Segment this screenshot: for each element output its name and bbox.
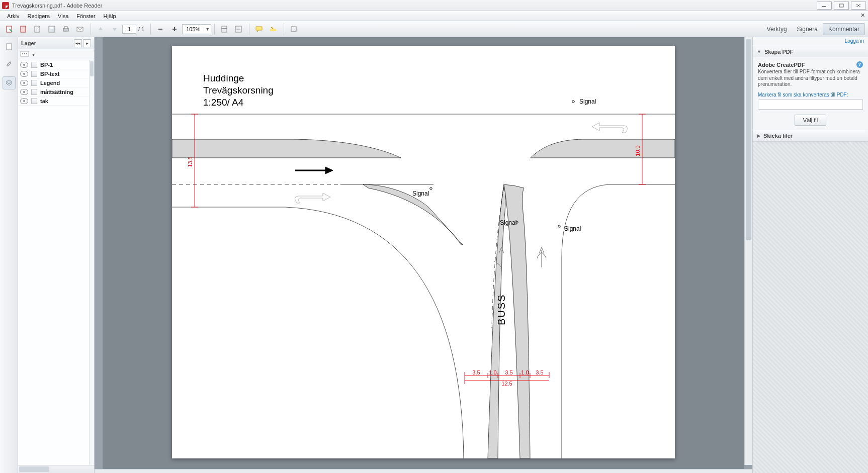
layers-panel: Lager ◂◂ ▸ ▾ BP-1 BP-text Legend måttsät… [18, 37, 95, 473]
attachments-icon[interactable] [3, 58, 16, 71]
read-mode-icon[interactable] [287, 23, 300, 35]
email-icon[interactable] [73, 23, 86, 35]
create-pdf-desc: Konvertera filer till PDF-format och kom… [758, 69, 863, 88]
svg-rect-1 [839, 4, 843, 7]
separator [91, 24, 91, 35]
layer-hscroll[interactable] [18, 465, 94, 473]
zoom-out-icon[interactable] [154, 23, 167, 35]
svg-text:Signal: Signal [500, 219, 516, 226]
horizontal-scroll-gutter [95, 469, 752, 473]
eye-icon[interactable] [20, 80, 28, 86]
menu-redigera[interactable]: Redigera [23, 12, 54, 20]
layer-scroll[interactable] [89, 60, 94, 465]
layers-options-icon[interactable] [20, 51, 29, 59]
chevron-right-icon: ▶ [757, 133, 760, 138]
svg-text:BUSS: BUSS [496, 294, 507, 325]
svg-text:Signal: Signal [579, 98, 596, 105]
layer-row[interactable]: tak [18, 97, 94, 106]
layer-row[interactable]: BP-text [18, 69, 94, 78]
save-icon[interactable] [45, 23, 58, 35]
sign-tab[interactable]: Signera [792, 24, 823, 35]
right-panel-empty [753, 142, 868, 474]
right-panel: Logga in ▼Skapa PDF Adobe CreatePDF? Kon… [752, 37, 868, 473]
layer-row[interactable]: måttsättning [18, 87, 94, 97]
svg-rect-19 [270, 29, 276, 31]
layers-close-icon[interactable]: ▸ [83, 39, 91, 47]
svg-rect-21 [7, 44, 12, 50]
menu-arkiv[interactable]: Arkiv [3, 12, 23, 20]
minimize-button[interactable] [817, 2, 832, 10]
menu-hjalp[interactable]: Hjälp [100, 12, 120, 20]
svg-text:12.5: 12.5 [501, 381, 512, 387]
comment-tab[interactable]: Kommentar [823, 23, 865, 35]
svg-text:1.0: 1.0 [521, 369, 529, 375]
export-pdf-icon[interactable] [3, 23, 16, 35]
vertical-scrollbar[interactable] [744, 37, 752, 465]
svg-point-25 [26, 53, 27, 54]
menu-fonster[interactable]: Fönster [72, 12, 99, 20]
select-file-label: Markera fil som ska konverteras till PDF… [758, 92, 863, 98]
eye-icon[interactable] [20, 62, 28, 68]
separator [150, 24, 151, 35]
page-up-icon[interactable] [94, 23, 107, 35]
svg-text:3.5: 3.5 [536, 369, 543, 375]
maximize-button[interactable] [834, 2, 849, 10]
title-bar: Trevägskorsning.pdf - Adobe Reader [0, 0, 868, 11]
svg-rect-15 [222, 26, 227, 32]
help-icon[interactable]: ? [856, 61, 863, 68]
chevron-down-icon[interactable]: ▾ [32, 52, 35, 57]
svg-text:Signal: Signal [412, 190, 429, 197]
svg-text:Signal: Signal [564, 225, 581, 232]
svg-marker-31 [325, 167, 333, 174]
layer-list: BP-1 BP-text Legend måttsättning tak [18, 60, 94, 465]
pdf-page[interactable]: Huddinge Trevägskorsning 1:250/ A4 [172, 46, 675, 458]
document-area: Huddinge Trevägskorsning 1:250/ A4 [95, 37, 752, 473]
page-number-input[interactable] [122, 25, 136, 34]
file-select-field[interactable] [758, 100, 863, 110]
svg-point-32 [572, 101, 574, 103]
separator [214, 24, 215, 35]
tools-tab[interactable]: Verktyg [762, 24, 792, 35]
drawing-svg: Signal Signal Signal Signal BUSS 1 [172, 46, 675, 458]
svg-point-23 [22, 53, 23, 54]
print-icon[interactable] [59, 23, 72, 35]
section-send-files-header[interactable]: ▶Skicka filer [753, 130, 868, 141]
edit-icon[interactable] [31, 23, 44, 35]
svg-text:10.0: 10.0 [635, 145, 641, 156]
section-create-pdf: ▼Skapa PDF Adobe CreatePDF? Konvertera f… [753, 46, 868, 130]
zoom-select[interactable]: 105% ▼ [182, 24, 211, 34]
svg-text:13.5: 13.5 [187, 156, 193, 167]
fit-width-icon[interactable] [232, 23, 245, 35]
layer-row[interactable]: BP-1 [18, 60, 94, 69]
chevron-down-icon: ▼ [757, 49, 761, 54]
fit-page-icon[interactable] [218, 23, 231, 35]
close-button[interactable] [851, 2, 866, 10]
panel-close-x[interactable]: ✕ [860, 12, 865, 19]
svg-text:3.5: 3.5 [472, 369, 480, 375]
layer-icon [31, 89, 37, 95]
page-down-icon[interactable] [108, 23, 121, 35]
layer-row[interactable]: Legend [18, 78, 94, 87]
choose-file-button[interactable]: Välj fil [795, 115, 826, 126]
layers-icon[interactable] [3, 76, 16, 89]
eye-icon[interactable] [20, 98, 28, 104]
svg-point-38 [558, 225, 560, 227]
login-link[interactable]: Logga in [753, 37, 868, 46]
zoom-in-icon[interactable] [168, 23, 181, 35]
svg-rect-16 [221, 28, 227, 29]
create-pdf-icon[interactable] [17, 23, 30, 35]
comment-icon[interactable] [252, 23, 266, 35]
layer-icon [31, 80, 37, 86]
layers-collapse-icon[interactable]: ◂◂ [74, 39, 82, 47]
section-create-pdf-header[interactable]: ▼Skapa PDF [753, 46, 868, 57]
svg-text:1.0: 1.0 [489, 369, 496, 375]
thumbnails-icon[interactable] [3, 40, 16, 53]
page-total: / 1 [138, 26, 144, 32]
highlight-icon[interactable] [267, 23, 280, 35]
eye-icon[interactable] [20, 71, 28, 77]
layer-icon [31, 62, 37, 68]
menu-visa[interactable]: Visa [54, 12, 72, 20]
zoom-value: 105% [183, 26, 204, 32]
separator [284, 24, 284, 35]
eye-icon[interactable] [20, 89, 28, 95]
